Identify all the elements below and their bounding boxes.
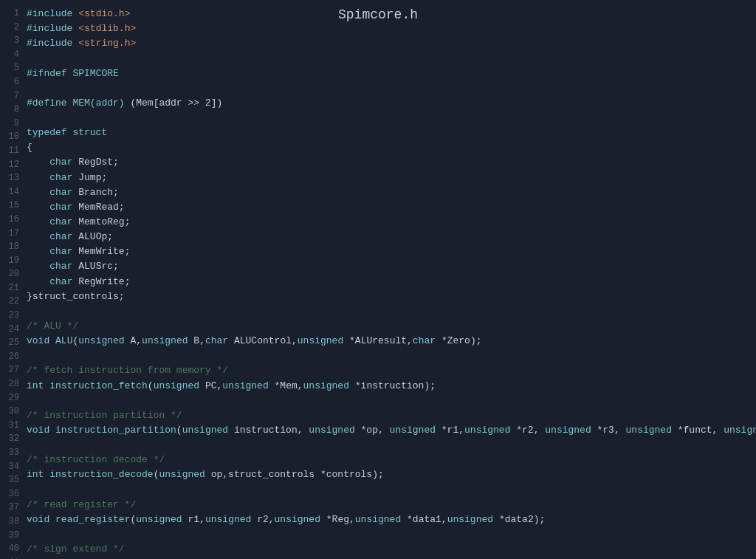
line-numbers: 1234567891011121314151617181920212223242… [0, 4, 27, 559]
line-number: 7 [6, 89, 19, 103]
code-line: /* ALU */ [27, 319, 750, 334]
line-number: 27 [6, 363, 19, 377]
line-number: 5 [6, 61, 19, 75]
code-line [27, 304, 750, 319]
code-lines: #include <stdio.h>#include <stdlib.h>#in… [27, 4, 756, 559]
line-number: 26 [6, 350, 19, 364]
line-number: 25 [6, 336, 19, 350]
line-number: 40 [6, 542, 19, 556]
line-number: 9 [6, 117, 19, 131]
line-number: 11 [6, 144, 19, 158]
line-number: 22 [6, 295, 19, 309]
line-number: 3 [6, 34, 19, 48]
code-line: #include <stdlib.h> [27, 21, 750, 36]
code-line: /* read register */ [27, 498, 750, 512]
line-number: 29 [6, 391, 19, 405]
file-title: Spimcore.h [0, 7, 756, 22]
code-line: /* instruction partition */ [27, 408, 750, 423]
code-line: /* fetch instruction from memory */ [27, 363, 750, 378]
code-line [27, 349, 750, 363]
line-number: 19 [6, 254, 19, 268]
code-line: }struct_controls; [27, 289, 750, 304]
code-line: typedef struct [27, 126, 750, 140]
line-number: 38 [6, 515, 19, 529]
code-line: char RegWrite; [27, 275, 750, 289]
code-line: char MemWrite; [27, 244, 750, 259]
code-line: /* sign extend */ [27, 542, 750, 557]
code-line: char Branch; [27, 185, 750, 200]
code-line: /* instruction decode */ [27, 453, 750, 467]
line-number: 15 [6, 199, 19, 213]
code-line: void read_register(unsigned r1,unsigned … [27, 512, 750, 527]
code-line [27, 394, 750, 408]
line-number: 8 [6, 103, 19, 117]
code-line: char MemRead; [27, 200, 750, 215]
code-area: 1234567891011121314151617181920212223242… [0, 0, 756, 559]
line-number: 36 [6, 487, 19, 501]
code-line: char ALUOp; [27, 230, 750, 244]
line-number: 4 [6, 48, 19, 62]
line-number: 32 [6, 432, 19, 446]
line-number: 28 [6, 377, 19, 391]
code-line: #ifndef SPIMCORE [27, 66, 750, 81]
code-line: char Jump; [27, 171, 750, 185]
line-number: 31 [6, 419, 19, 433]
code-line: int instruction_fetch(unsigned PC,unsign… [27, 379, 750, 394]
line-number: 23 [6, 309, 19, 323]
code-line: void instruction_partition(unsigned inst… [27, 423, 750, 438]
code-line [27, 81, 750, 96]
line-number: 35 [6, 473, 19, 487]
code-line: #define MEM(addr) (Mem[addr >> 2]) [27, 96, 750, 111]
code-line [27, 111, 750, 126]
line-number: 34 [6, 460, 19, 474]
line-number: 2 [6, 21, 19, 35]
line-number: 18 [6, 240, 19, 254]
line-number: 13 [6, 171, 19, 185]
code-line [27, 483, 750, 498]
code-line: char ALUSrc; [27, 259, 750, 274]
code-line: { [27, 140, 750, 155]
line-number: 14 [6, 185, 19, 199]
code-line [27, 438, 750, 453]
line-number: 39 [6, 529, 19, 543]
line-number: 6 [6, 75, 19, 89]
line-number: 33 [6, 446, 19, 460]
line-number: 16 [6, 213, 19, 227]
line-number: 12 [6, 158, 19, 172]
line-number: 30 [6, 405, 19, 419]
line-number: 17 [6, 227, 19, 241]
code-line [27, 527, 750, 542]
code-line: #include <string.h> [27, 36, 750, 51]
code-line: char MemtoReg; [27, 215, 750, 230]
line-number: 41 [6, 556, 19, 559]
code-container: Spimcore.h 12345678910111213141516171819… [0, 0, 756, 559]
line-number: 24 [6, 323, 19, 337]
line-number: 37 [6, 501, 19, 515]
line-number: 21 [6, 281, 19, 295]
code-line: int instruction_decode(unsigned op,struc… [27, 467, 750, 482]
line-number: 20 [6, 267, 19, 281]
line-number: 10 [6, 130, 19, 144]
code-line: void ALU(unsigned A,unsigned B,char ALUC… [27, 334, 750, 349]
code-line [27, 51, 750, 66]
code-line: char RegDst; [27, 155, 750, 170]
